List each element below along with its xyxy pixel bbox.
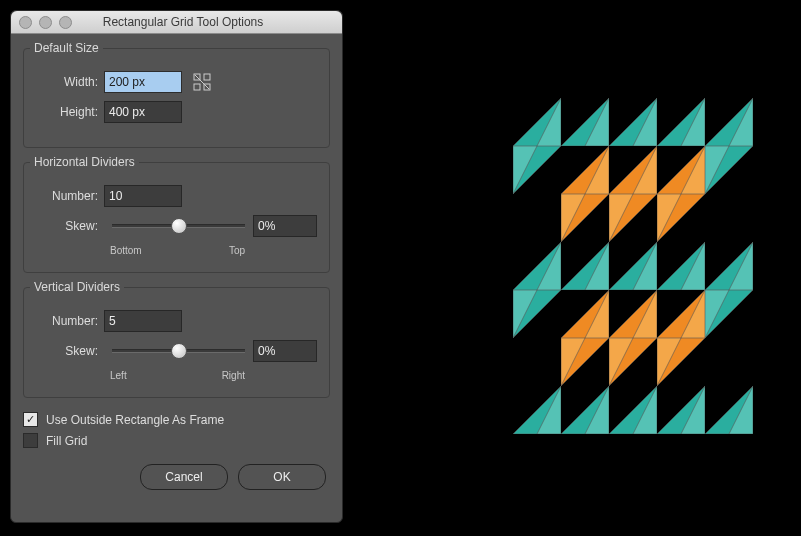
h-skew-input[interactable] <box>253 215 317 237</box>
reference-point-icon[interactable] <box>192 72 212 92</box>
canvas-artwork <box>513 98 753 458</box>
titlebar: Rectangular Grid Tool Options <box>11 11 342 34</box>
ok-button[interactable]: OK <box>238 464 326 490</box>
group-heading: Vertical Dividers <box>30 280 124 294</box>
grid-tool-options-dialog: Rectangular Grid Tool Options Default Si… <box>10 10 343 523</box>
use-outside-checkbox-row[interactable]: ✓ Use Outside Rectangle As Frame <box>23 412 330 427</box>
svg-rect-3 <box>204 74 210 80</box>
checkbox-unchecked-icon[interactable] <box>23 433 38 448</box>
skew-low-label: Bottom <box>110 245 142 256</box>
width-label: Width: <box>36 75 104 89</box>
fill-grid-checkbox-row[interactable]: Fill Grid <box>23 433 330 448</box>
dialog-title: Rectangular Grid Tool Options <box>24 15 342 29</box>
skew-label: Skew: <box>36 219 104 233</box>
checkbox-label: Fill Grid <box>46 434 87 448</box>
v-number-input[interactable] <box>104 310 182 332</box>
width-input[interactable] <box>104 71 182 93</box>
skew-high-label: Top <box>229 245 245 256</box>
number-label: Number: <box>36 314 104 328</box>
v-skew-input[interactable] <box>253 340 317 362</box>
group-heading: Horizontal Dividers <box>30 155 139 169</box>
height-input[interactable] <box>104 101 182 123</box>
checkbox-checked-icon[interactable]: ✓ <box>23 412 38 427</box>
svg-rect-2 <box>194 84 200 90</box>
v-skew-slider[interactable] <box>112 343 245 359</box>
skew-high-label: Right <box>222 370 245 381</box>
cancel-button[interactable]: Cancel <box>140 464 228 490</box>
h-skew-slider[interactable] <box>112 218 245 234</box>
h-number-input[interactable] <box>104 185 182 207</box>
vertical-dividers-group: Vertical Dividers Number: Skew: Left Rig… <box>23 287 330 398</box>
height-label: Height: <box>36 105 104 119</box>
group-heading: Default Size <box>30 41 103 55</box>
svg-line-4 <box>195 75 209 89</box>
skew-label: Skew: <box>36 344 104 358</box>
skew-low-label: Left <box>110 370 127 381</box>
number-label: Number: <box>36 189 104 203</box>
horizontal-dividers-group: Horizontal Dividers Number: Skew: Bottom… <box>23 162 330 273</box>
default-size-group: Default Size Width: Height: <box>23 48 330 148</box>
checkbox-label: Use Outside Rectangle As Frame <box>46 413 224 427</box>
